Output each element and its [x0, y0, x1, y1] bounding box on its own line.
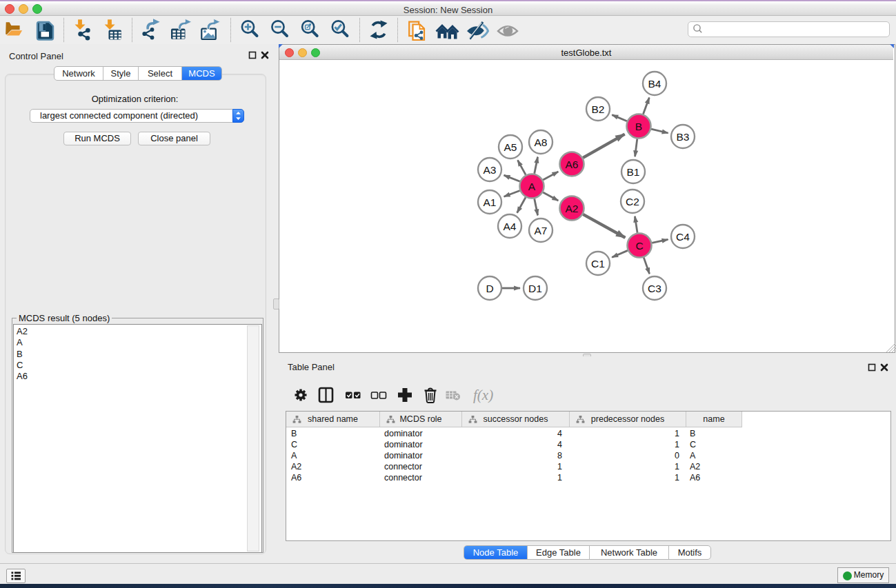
svg-text:C2: C2: [626, 196, 639, 207]
svg-text:B2: B2: [592, 103, 605, 115]
svg-text:A1: A1: [484, 196, 497, 208]
svg-text:C: C: [635, 240, 643, 252]
svg-text:B3: B3: [677, 131, 690, 143]
svg-text:C3: C3: [648, 283, 661, 294]
svg-text:B: B: [635, 121, 642, 132]
svg-text:C1: C1: [591, 258, 605, 270]
svg-text:A5: A5: [504, 141, 517, 153]
svg-text:A: A: [528, 181, 536, 192]
svg-text:D: D: [486, 283, 493, 294]
svg-text:A8: A8: [535, 136, 548, 148]
svg-text:A7: A7: [535, 225, 548, 236]
svg-text:f(x): f(x): [473, 387, 493, 403]
svg-text:B1: B1: [627, 166, 640, 178]
svg-text:D1: D1: [528, 283, 542, 294]
svg-text:C4: C4: [676, 231, 690, 243]
svg-text:B4: B4: [648, 78, 661, 90]
svg-text:A4: A4: [504, 221, 517, 232]
svg-text:A2: A2: [566, 203, 579, 214]
svg-text:A6: A6: [566, 159, 579, 170]
svg-text:A3: A3: [484, 164, 497, 176]
